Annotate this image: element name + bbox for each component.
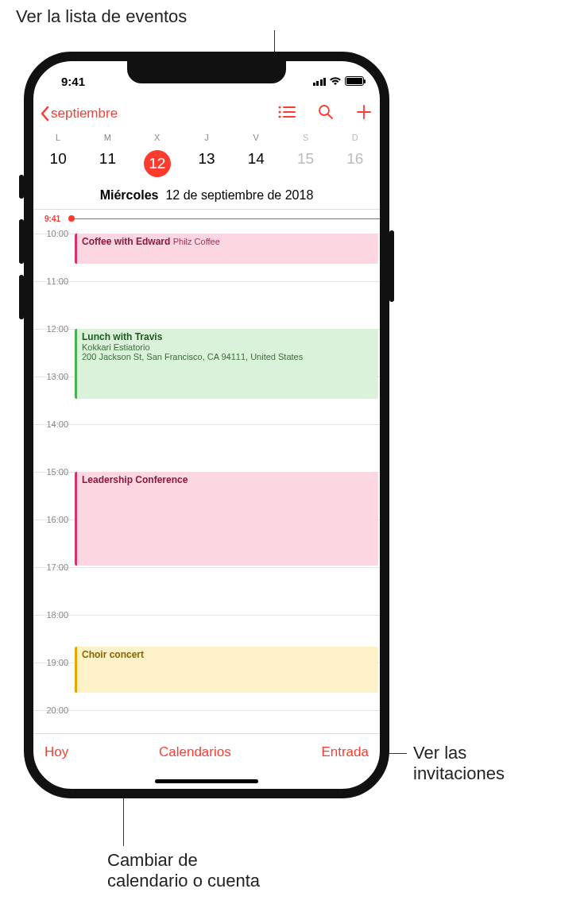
callout-invitations: Ver las invitaciones xyxy=(413,743,505,784)
weekday-label: D xyxy=(331,133,380,142)
calendar-event[interactable]: Lunch with TravisKokkari Estiatorio 200 … xyxy=(75,329,378,399)
weekday-label: X xyxy=(133,133,182,142)
home-indicator[interactable] xyxy=(155,779,258,783)
battery-icon xyxy=(345,76,364,86)
weekday-label: L xyxy=(33,133,83,142)
hour-label: 18:00 xyxy=(37,610,68,620)
now-indicator-dot xyxy=(68,215,75,222)
weekday-label: M xyxy=(83,133,132,142)
status-time: 9:41 xyxy=(49,70,97,88)
day-cell[interactable]: 14 xyxy=(231,147,280,180)
day-cell[interactable]: 10 xyxy=(33,147,83,180)
event-location: Kokkari Estiatorio 200 Jackson St, San F… xyxy=(82,342,373,361)
hour-gridline: 14:00 xyxy=(33,424,380,472)
list-icon xyxy=(278,105,296,119)
status-indicators xyxy=(313,71,365,86)
date-full: 12 de septiembre de 2018 xyxy=(165,188,313,202)
nav-bar: septiembre xyxy=(33,96,380,131)
bottom-toolbar: Hoy Calendarios Entrada xyxy=(33,734,380,771)
back-label: septiembre xyxy=(51,106,118,122)
callout-calendars: Cambiar de calendario o cuenta xyxy=(107,850,260,891)
hour-label: 20:00 xyxy=(37,705,68,715)
back-button[interactable]: septiembre xyxy=(40,106,118,122)
hour-gridline: 20:00 xyxy=(33,710,380,734)
date-weekday: Miércoles xyxy=(100,188,159,202)
event-title: Choir concert xyxy=(82,649,373,660)
day-cell[interactable]: 15 xyxy=(280,147,330,180)
weekday-label: J xyxy=(182,133,231,142)
day-cell[interactable]: 11 xyxy=(83,147,132,180)
svg-rect-1 xyxy=(283,106,296,108)
hour-label: 11:00 xyxy=(37,276,68,286)
svg-rect-3 xyxy=(283,111,296,113)
calendars-button[interactable]: Calendarios xyxy=(159,744,231,760)
event-title: Lunch with Travis xyxy=(82,331,373,342)
day-timeline[interactable]: 9:4110:0011:0012:0013:0014:0015:0016:001… xyxy=(33,210,380,734)
inbox-button[interactable]: Entrada xyxy=(321,744,369,760)
chevron-left-icon xyxy=(40,106,49,122)
hour-label: 16:00 xyxy=(37,515,68,524)
svg-line-7 xyxy=(328,114,332,118)
svg-point-6 xyxy=(319,106,329,115)
hour-label: 19:00 xyxy=(37,658,68,667)
svg-point-2 xyxy=(279,111,281,114)
hour-label: 10:00 xyxy=(37,229,68,238)
svg-rect-5 xyxy=(283,116,296,118)
week-day-row: 10111213141516 xyxy=(33,144,380,188)
hour-label: 13:00 xyxy=(37,372,68,381)
search-icon xyxy=(318,104,334,120)
hour-label: 17:00 xyxy=(37,562,68,572)
hour-label: 14:00 xyxy=(37,419,68,429)
weekday-label: V xyxy=(231,133,280,142)
cellular-icon xyxy=(313,77,327,86)
svg-point-4 xyxy=(279,116,281,118)
event-title: Leadership Conference xyxy=(82,474,373,485)
hour-gridline: 17:00 xyxy=(33,567,380,615)
plus-icon xyxy=(356,104,372,120)
now-indicator-label: 9:41 xyxy=(44,214,60,222)
weekday-label: S xyxy=(280,133,330,142)
hour-label: 12:00 xyxy=(37,324,68,334)
day-cell[interactable]: 13 xyxy=(182,147,231,180)
svg-point-0 xyxy=(279,106,281,109)
week-day-labels: LMXJVSD xyxy=(33,131,380,144)
wifi-icon xyxy=(329,76,342,86)
phone-notch xyxy=(127,61,286,83)
day-cell[interactable]: 12 xyxy=(133,147,182,180)
today-button[interactable]: Hoy xyxy=(44,744,68,760)
hour-label: 15:00 xyxy=(37,467,68,477)
day-cell[interactable]: 16 xyxy=(331,147,380,180)
phone-frame: 9:41 septiembre xyxy=(24,52,389,798)
list-view-button[interactable] xyxy=(278,105,296,122)
search-button[interactable] xyxy=(318,104,334,123)
now-indicator-line xyxy=(70,218,380,219)
callout-event-list: Ver la lista de eventos xyxy=(16,6,187,27)
hour-gridline: 11:00 xyxy=(33,281,380,329)
phone-power xyxy=(389,230,394,302)
calendar-event[interactable]: Coffee with Edward Philz Coffee xyxy=(75,234,378,264)
add-event-button[interactable] xyxy=(356,104,372,123)
selected-date-label: Miércoles 12 de septiembre de 2018 xyxy=(33,188,380,210)
calendar-event[interactable]: Choir concert xyxy=(75,647,378,693)
calendar-event[interactable]: Leadership Conference xyxy=(75,472,378,566)
